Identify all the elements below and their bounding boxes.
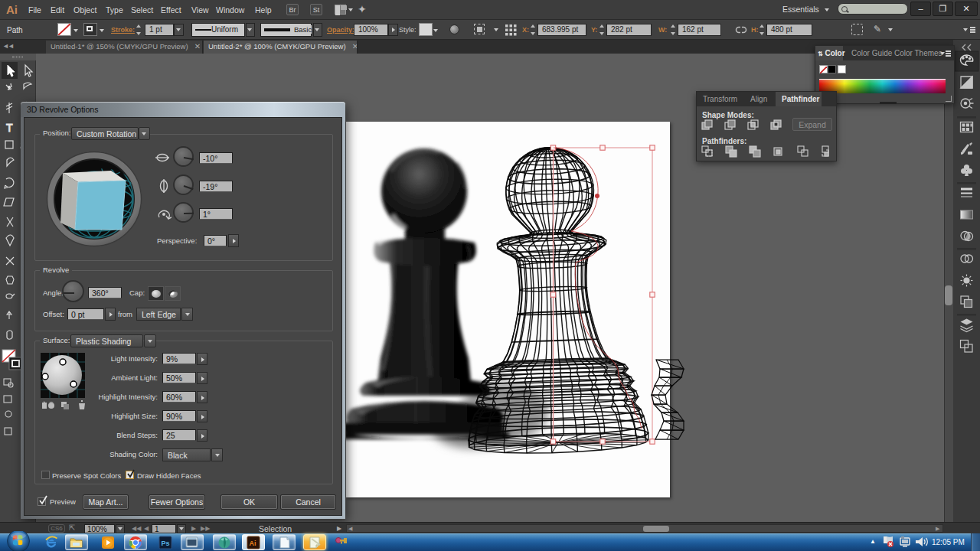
svg-text:T: T	[6, 122, 13, 134]
svg-text:Ps: Ps	[162, 540, 170, 547]
svg-text:Ai: Ai	[250, 540, 256, 547]
